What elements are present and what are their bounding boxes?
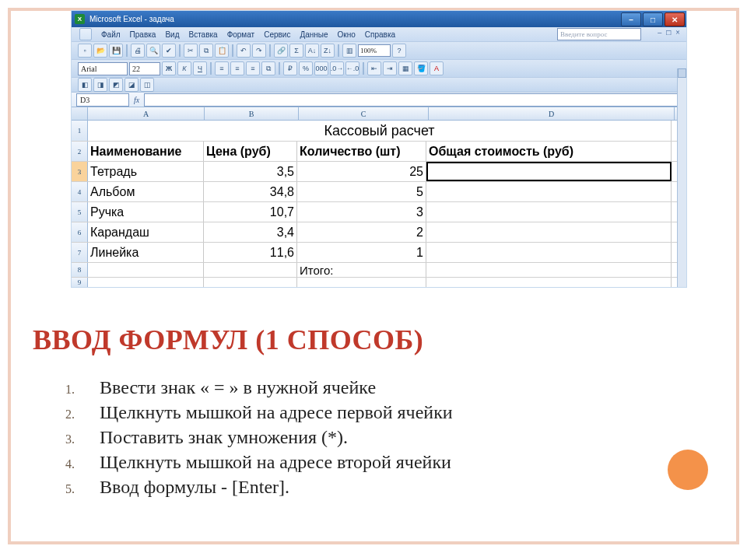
bold-icon[interactable]: Ж bbox=[162, 61, 176, 75]
menu-format[interactable]: Формат bbox=[227, 30, 255, 39]
row-header[interactable]: 1 bbox=[72, 121, 88, 141]
cell-empty[interactable] bbox=[204, 263, 297, 277]
cell-total-label[interactable]: Итого: bbox=[297, 263, 426, 277]
extra-icon[interactable]: ◪ bbox=[124, 78, 139, 92]
ask-a-question-input[interactable]: Введите вопрос bbox=[557, 28, 641, 40]
cell-qty[interactable]: 5 bbox=[297, 182, 426, 201]
cell-qty[interactable]: 3 bbox=[297, 202, 426, 222]
fill-color-icon[interactable]: 🪣 bbox=[414, 61, 428, 75]
cell-price[interactable]: 3,5 bbox=[204, 162, 297, 181]
italic-icon[interactable]: К bbox=[177, 61, 191, 75]
window-close-button[interactable]: ✕ bbox=[665, 12, 685, 26]
cell-name[interactable]: Альбом bbox=[88, 182, 204, 201]
col-header-b[interactable]: B bbox=[205, 107, 299, 120]
cell-name[interactable]: Ручка bbox=[88, 202, 204, 222]
cell-price[interactable]: 34,8 bbox=[204, 182, 297, 201]
cell-empty[interactable] bbox=[297, 278, 426, 287]
header-total[interactable]: Общая стоимость (руб) bbox=[426, 142, 672, 161]
cell-total[interactable] bbox=[426, 182, 672, 201]
cell-empty[interactable] bbox=[88, 278, 204, 287]
select-all-corner[interactable] bbox=[72, 107, 88, 120]
paste-icon[interactable]: 📋 bbox=[215, 44, 229, 58]
open-icon[interactable]: 📂 bbox=[93, 44, 107, 58]
copy-icon[interactable]: ⧉ bbox=[199, 44, 213, 58]
cell-total[interactable] bbox=[426, 222, 672, 242]
cell-name[interactable]: Линейка bbox=[88, 243, 204, 262]
align-right-icon[interactable]: ≡ bbox=[246, 61, 260, 75]
underline-icon[interactable]: Ч bbox=[193, 61, 207, 75]
preview-icon[interactable]: 🔍 bbox=[146, 44, 160, 58]
inc-decimal-icon[interactable]: .0→ bbox=[330, 61, 344, 75]
extra-icon[interactable]: ◩ bbox=[109, 78, 123, 92]
row-header[interactable]: 3 bbox=[72, 162, 88, 181]
row-header[interactable]: 8 bbox=[72, 263, 88, 277]
doc-minimize-button[interactable]: – bbox=[656, 28, 663, 37]
font-color-icon[interactable]: A bbox=[430, 61, 444, 75]
save-icon[interactable]: 💾 bbox=[109, 44, 123, 58]
menu-edit[interactable]: Правка bbox=[130, 30, 156, 39]
cell-price[interactable]: 11,6 bbox=[204, 243, 297, 262]
sort-asc-icon[interactable]: A↓ bbox=[305, 44, 319, 58]
autosum-icon[interactable]: Σ bbox=[289, 44, 303, 58]
fx-icon[interactable]: fx bbox=[134, 96, 139, 104]
row-header[interactable]: 5 bbox=[72, 202, 88, 222]
cell-total[interactable] bbox=[426, 263, 672, 277]
indent-dec-icon[interactable]: ⇤ bbox=[367, 61, 381, 75]
row-header[interactable]: 9 bbox=[72, 278, 88, 287]
cell-empty[interactable] bbox=[88, 263, 204, 277]
header-name[interactable]: Наименование bbox=[88, 142, 204, 161]
font-size-selector[interactable]: 22 bbox=[129, 62, 160, 75]
menu-data[interactable]: Данные bbox=[300, 30, 328, 39]
sheet-title-cell[interactable]: Кассовый расчет bbox=[88, 121, 672, 141]
cut-icon[interactable]: ✂ bbox=[184, 44, 198, 58]
borders-icon[interactable]: ▦ bbox=[398, 61, 412, 75]
row-header[interactable]: 2 bbox=[72, 142, 88, 161]
name-box[interactable]: D3 bbox=[76, 93, 129, 107]
merge-icon[interactable]: ⧉ bbox=[261, 61, 275, 75]
print-icon[interactable]: 🖨 bbox=[131, 44, 145, 58]
chart-icon[interactable]: ▥ bbox=[342, 44, 356, 58]
cell-qty[interactable]: 2 bbox=[297, 222, 426, 242]
align-center-icon[interactable]: ≡ bbox=[230, 61, 244, 75]
window-maximize-button[interactable]: □ bbox=[643, 12, 663, 26]
cell-empty[interactable] bbox=[204, 278, 297, 287]
cell-name[interactable]: Карандаш bbox=[88, 222, 204, 242]
cell-name[interactable]: Тетрадь bbox=[88, 162, 204, 181]
header-qty[interactable]: Количество (шт) bbox=[297, 142, 426, 161]
col-header-c[interactable]: C bbox=[299, 107, 429, 120]
col-header-d[interactable]: D bbox=[429, 107, 675, 120]
row-header[interactable]: 6 bbox=[72, 222, 88, 242]
col-header-a[interactable]: A bbox=[88, 107, 205, 120]
cell-total[interactable] bbox=[426, 243, 672, 262]
cell-total-selected[interactable] bbox=[426, 162, 672, 181]
menu-file[interactable]: Файл bbox=[101, 30, 121, 39]
redo-icon[interactable]: ↷ bbox=[252, 44, 266, 58]
new-icon[interactable]: ▫ bbox=[78, 44, 92, 58]
doc-restore-button[interactable]: □ bbox=[665, 28, 672, 37]
cell-total[interactable] bbox=[426, 202, 672, 222]
extra-icon[interactable]: ◨ bbox=[93, 78, 107, 92]
link-icon[interactable]: 🔗 bbox=[274, 44, 288, 58]
doc-close-button[interactable]: × bbox=[674, 28, 682, 37]
spell-icon[interactable]: ✔ bbox=[162, 44, 176, 58]
help-icon[interactable]: ? bbox=[392, 44, 406, 58]
menu-tools[interactable]: Сервис bbox=[264, 30, 290, 39]
comma-icon[interactable]: 000 bbox=[314, 61, 328, 75]
window-minimize-button[interactable]: – bbox=[621, 12, 641, 26]
font-name-selector[interactable]: Arial bbox=[78, 62, 128, 75]
row-header[interactable]: 7 bbox=[72, 243, 88, 262]
cell-price[interactable]: 10,7 bbox=[204, 202, 297, 222]
zoom-selector[interactable]: 100% bbox=[358, 44, 391, 57]
cell-empty[interactable] bbox=[426, 278, 672, 287]
row-header[interactable]: 4 bbox=[72, 182, 88, 201]
menu-view[interactable]: Вид bbox=[165, 30, 179, 39]
cell-qty[interactable]: 1 bbox=[297, 243, 426, 262]
currency-icon[interactable]: ₽ bbox=[283, 61, 297, 75]
extra-icon[interactable]: ◫ bbox=[140, 78, 154, 92]
extra-icon[interactable]: ◧ bbox=[78, 78, 92, 92]
menu-window[interactable]: Окно bbox=[338, 30, 356, 39]
header-price[interactable]: Цена (руб) bbox=[204, 142, 297, 161]
sort-desc-icon[interactable]: Z↓ bbox=[321, 44, 335, 58]
indent-inc-icon[interactable]: ⇥ bbox=[383, 61, 397, 75]
cell-price[interactable]: 3,4 bbox=[204, 222, 297, 242]
